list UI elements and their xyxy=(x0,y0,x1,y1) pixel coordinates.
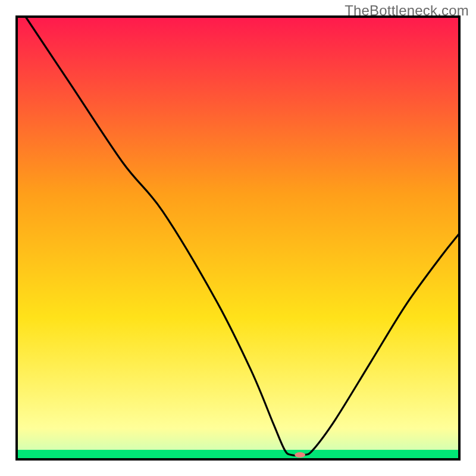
optimal-marker xyxy=(295,452,305,458)
watermark-text: TheBottleneck.com xyxy=(345,2,469,19)
plot-background xyxy=(17,17,459,459)
bottleneck-plot xyxy=(0,0,476,476)
chart-frame: TheBottleneck.com xyxy=(0,0,476,476)
